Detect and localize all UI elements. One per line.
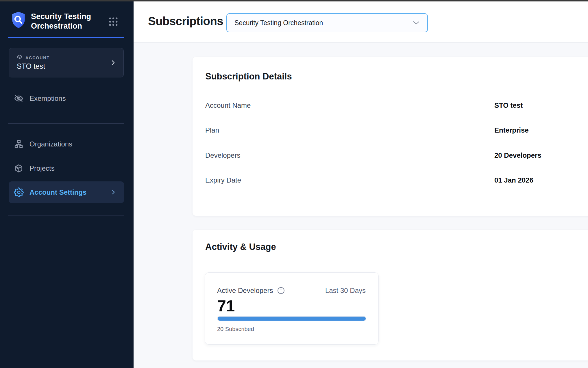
account-name: STO test <box>17 62 45 70</box>
detail-value: 01 Jan 2026 <box>494 176 533 185</box>
detail-row-expiry-date: Expiry Date 01 Jan 2026 <box>205 176 582 185</box>
subscription-details-card: Subscription Details Account Name STO te… <box>193 57 588 216</box>
chevron-right-icon <box>110 59 117 67</box>
detail-label: Plan <box>205 126 219 135</box>
sidebar-item-account-settings[interactable]: Account Settings <box>9 181 124 203</box>
detail-row-developers: Developers 20 Developers <box>205 151 582 160</box>
sidebar-divider <box>8 123 124 124</box>
product-title: Security Testing Orchestration <box>31 12 91 31</box>
cube-icon <box>14 163 24 173</box>
product-title-line2: Orchestration <box>31 21 91 31</box>
sidebar: Security Testing Orchestration ACCOUNT <box>0 0 134 368</box>
detail-label: Developers <box>205 151 240 160</box>
subscription-details-title: Subscription Details <box>205 71 292 82</box>
detail-value: 20 Developers <box>494 151 541 160</box>
layers-icon <box>17 54 23 61</box>
chevron-down-icon <box>413 21 420 25</box>
eye-off-icon <box>14 94 24 103</box>
chevron-right-icon <box>110 188 117 196</box>
account-scope-label: ACCOUNT <box>25 55 50 60</box>
org-chart-icon <box>14 139 24 149</box>
sidebar-item-exemptions[interactable]: Exemptions <box>9 91 124 106</box>
usage-progress-fill <box>218 317 366 321</box>
stat-period-label: Last 30 Days <box>325 287 366 295</box>
gear-icon <box>14 187 24 197</box>
usage-progress-bar <box>217 316 366 321</box>
window-top-strip <box>0 0 588 1</box>
detail-row-plan: Plan Enterprise <box>205 126 582 135</box>
info-circle-icon[interactable] <box>277 287 285 295</box>
page-header: Subscriptions Security Testing Orchestra… <box>134 1 588 43</box>
detail-value: Enterprise <box>494 126 529 135</box>
sto-shield-magnifier-icon <box>11 11 26 30</box>
account-scope-card[interactable]: ACCOUNT STO test <box>9 48 124 77</box>
sidebar-item-organizations[interactable]: Organizations <box>9 137 124 152</box>
module-selector-value: Security Testing Orchestration <box>234 19 323 27</box>
sidebar-item-label: Exemptions <box>29 94 66 103</box>
sidebar-item-label: Organizations <box>29 140 72 148</box>
page-title: Subscriptions <box>148 15 223 28</box>
detail-row-account-name: Account Name STO test <box>205 101 582 110</box>
activity-usage-title: Activity & Usage <box>205 242 276 252</box>
module-switcher-grid-icon[interactable] <box>108 16 119 27</box>
subscribed-count-label: 20 Subscribed <box>217 326 254 332</box>
sidebar-divider <box>8 215 124 215</box>
product-title-line1: Security Testing <box>31 12 91 21</box>
sidebar-item-label: Account Settings <box>29 188 86 196</box>
module-selector-dropdown[interactable]: Security Testing Orchestration <box>226 13 428 32</box>
active-developers-stat-card: Active Developers Last 30 Days 71 20 Sub… <box>205 272 379 345</box>
detail-label: Expiry Date <box>205 176 241 185</box>
sidebar-accent-rule <box>8 37 124 38</box>
sidebar-item-label: Projects <box>29 164 55 172</box>
sto-subscriptions-page: Security Testing Orchestration ACCOUNT <box>0 0 588 368</box>
stat-title: Active Developers <box>217 287 273 295</box>
sidebar-item-projects[interactable]: Projects <box>9 161 124 176</box>
active-developers-value: 71 <box>217 296 234 315</box>
activity-usage-card: Activity & Usage Active Developers Last … <box>193 230 588 360</box>
detail-value: STO test <box>494 101 523 110</box>
detail-label: Account Name <box>205 101 251 110</box>
